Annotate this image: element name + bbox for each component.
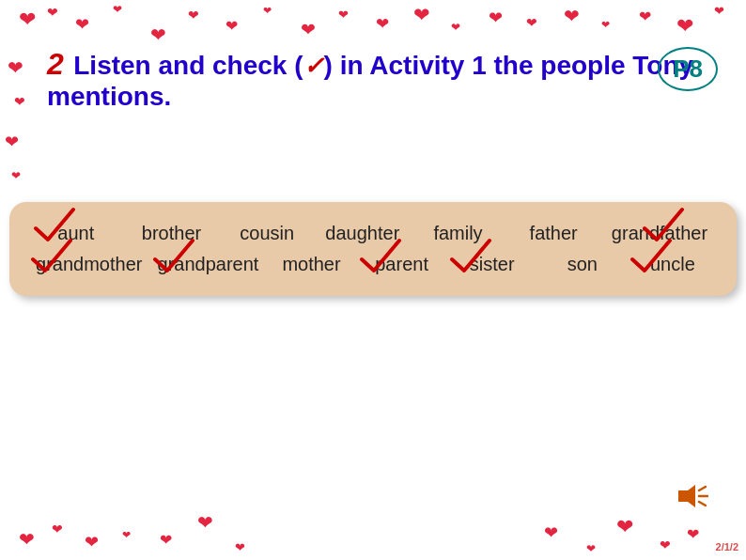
word-grandfather: grandfather xyxy=(612,223,707,244)
word-uncle: uncle xyxy=(635,254,710,275)
word-father: father xyxy=(516,223,591,244)
watermark: 2/1/2 xyxy=(716,541,738,552)
word-aunt: aunt xyxy=(39,223,114,244)
word-parent: parent xyxy=(365,254,440,275)
svg-line-4 xyxy=(699,502,706,506)
words-row-2: grandmother grandparent mother parent xyxy=(28,254,718,275)
question-text: Listen and check (✓) in Activity 1 the p… xyxy=(47,51,693,111)
words-box: aunt brother cousin daughter family fath… xyxy=(9,202,737,296)
speaker-icon[interactable] xyxy=(675,481,708,518)
word-son: son xyxy=(545,254,620,275)
svg-line-2 xyxy=(699,487,706,490)
word-family: family xyxy=(421,223,496,244)
word-mother: mother xyxy=(274,254,350,275)
question-block: 2 Listen and check (✓) in Activity 1 the… xyxy=(47,47,699,112)
page-badge: P8 xyxy=(658,47,718,91)
question-number: 2 xyxy=(47,47,64,81)
word-sister: sister xyxy=(455,254,530,275)
word-grandparent: grandparent xyxy=(158,254,259,275)
main-content: 2 Listen and check (✓) in Activity 1 the… xyxy=(0,0,746,560)
svg-rect-1 xyxy=(678,490,688,502)
checkmark-inline: ✓ xyxy=(303,52,324,80)
words-row-1: aunt brother cousin daughter family fath… xyxy=(28,223,718,244)
word-brother: brother xyxy=(134,223,210,244)
word-daughter: daughter xyxy=(325,223,400,244)
word-cousin: cousin xyxy=(229,223,304,244)
word-grandmother: grandmother xyxy=(36,254,142,275)
